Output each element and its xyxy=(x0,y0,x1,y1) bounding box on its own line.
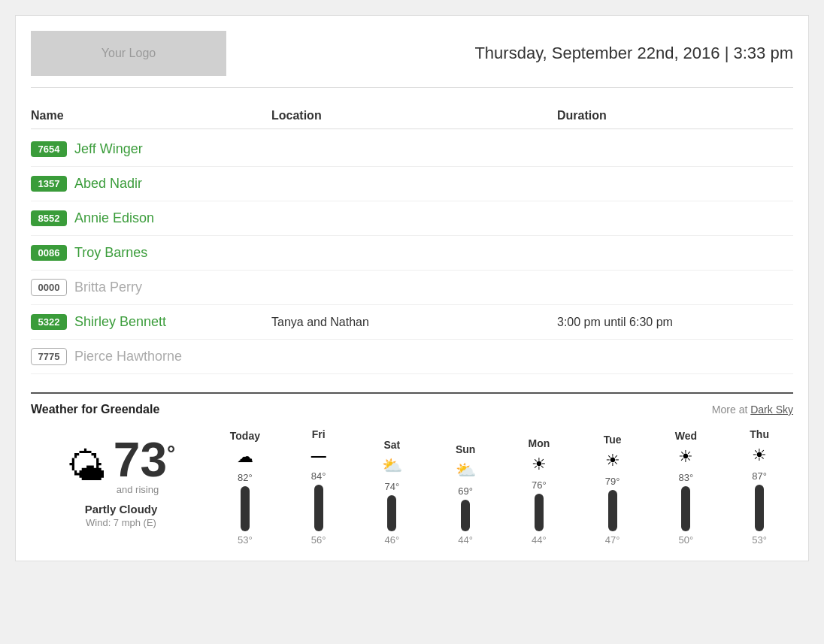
forecast-bar-wrapper xyxy=(314,485,323,531)
forecast-day-icon: ☀ xyxy=(605,450,620,471)
forecast-day-icon: ☀ xyxy=(678,446,693,467)
person-id-badge: 0086 xyxy=(31,245,67,261)
forecast-day-icon: ☀ xyxy=(532,454,547,475)
forecast-hi: 84° xyxy=(311,470,326,482)
weather-more: More at Dark Sky xyxy=(712,404,793,416)
col-header-name: Name xyxy=(31,109,271,122)
forecast-day: Wed☀83°50° xyxy=(659,430,713,546)
person-id-badge: 7654 xyxy=(31,141,67,157)
current-icon-temp: 🌤 73 ° and rising xyxy=(67,436,175,495)
table-header: Name Location Duration xyxy=(31,103,793,129)
table-row: 8552Annie Edison xyxy=(31,201,793,236)
forecast-day: Thu☀87°53° xyxy=(732,428,786,546)
logo-text: Your Logo xyxy=(101,47,156,60)
forecast-day-label: Sun xyxy=(456,443,475,455)
forecast-day-icon: ☁ xyxy=(237,446,253,467)
person-name: Pierce Hawthorne xyxy=(74,349,182,364)
current-weather-icon: 🌤 xyxy=(67,446,106,486)
weather-title: Weather for Greendale xyxy=(31,403,159,416)
forecast-lo: 44° xyxy=(458,534,473,546)
forecast-temp-bar xyxy=(755,485,764,531)
forecast-day-label: Sat xyxy=(383,439,400,451)
datetime: Thursday, September 22nd, 2016 | 3:33 pm xyxy=(474,44,793,63)
main-container: Your Logo Thursday, September 22nd, 2016… xyxy=(15,15,809,561)
person-name: Abed Nadir xyxy=(74,176,142,192)
header: Your Logo Thursday, September 22nd, 2016… xyxy=(31,31,793,88)
forecast-bar-wrapper xyxy=(241,486,250,531)
rising-text: and rising xyxy=(117,484,159,495)
forecast-day-icon: ☀ xyxy=(752,445,767,466)
forecast-day-icon: — xyxy=(311,445,326,466)
person-duration: 3:00 pm until 6:30 pm xyxy=(557,316,793,329)
forecast-hi: 82° xyxy=(238,472,253,483)
forecast-temp-bar xyxy=(681,486,690,531)
dark-sky-link[interactable]: Dark Sky xyxy=(750,404,793,416)
forecast-hi: 83° xyxy=(679,472,694,483)
forecast-day: Tue☀79°47° xyxy=(586,434,640,546)
person-id-badge: 8552 xyxy=(31,210,67,226)
forecast-bar-wrapper xyxy=(387,495,396,531)
forecast-temp-bar xyxy=(461,500,470,531)
table-row: 5322Shirley BennettTanya and Nathan3:00 … xyxy=(31,305,793,340)
forecast-day: Fri—84°56° xyxy=(292,428,346,546)
current-description: Partly Cloudy xyxy=(85,503,158,516)
forecast-day-label: Today xyxy=(230,430,260,442)
forecast-lo: 53° xyxy=(238,534,253,546)
forecast-day: Today☁82°53° xyxy=(218,430,272,546)
col-header-location: Location xyxy=(271,109,557,122)
person-location: Tanya and Nathan xyxy=(271,316,557,329)
forecast-bar-wrapper xyxy=(608,490,617,531)
forecast-day-icon: ⛅ xyxy=(456,460,476,481)
person-name: Annie Edison xyxy=(74,210,154,226)
current-weather: 🌤 73 ° and rising Partly Cloudy Wind: 7 … xyxy=(31,428,211,536)
person-name: Britta Perry xyxy=(74,280,142,295)
table-row: 0086Troy Barnes xyxy=(31,236,793,271)
forecast-day-label: Fri xyxy=(312,428,326,440)
forecast-day-label: Thu xyxy=(750,428,769,440)
forecast-lo: 53° xyxy=(752,534,767,546)
forecast-lo: 46° xyxy=(385,534,400,546)
person-id-badge: 0000 xyxy=(31,279,67,296)
forecast: Today☁82°53°Fri—84°56°Sat⛅74°46°Sun⛅69°4… xyxy=(211,428,793,546)
forecast-bar-wrapper xyxy=(681,486,690,531)
weather-header: Weather for Greendale More at Dark Sky xyxy=(31,403,793,416)
forecast-day: Sun⛅69°44° xyxy=(438,443,492,546)
forecast-hi: 79° xyxy=(605,476,620,487)
table-row: 7775Pierce Hawthorne xyxy=(31,340,793,374)
forecast-bar-wrapper xyxy=(535,494,544,531)
person-id-badge: 1357 xyxy=(31,176,67,192)
table-body: 7654Jeff Winger1357Abed Nadir8552Annie E… xyxy=(31,132,793,374)
table-row: 7654Jeff Winger xyxy=(31,132,793,167)
forecast-hi: 74° xyxy=(385,481,400,492)
forecast-hi: 87° xyxy=(752,470,767,482)
current-temp: 73 xyxy=(114,436,167,484)
forecast-day-label: Tue xyxy=(604,434,622,446)
forecast-lo: 50° xyxy=(679,534,694,546)
forecast-day-icon: ⛅ xyxy=(382,455,402,476)
forecast-bar-wrapper xyxy=(461,500,470,531)
forecast-day-label: Wed xyxy=(675,430,697,442)
forecast-lo: 44° xyxy=(532,534,547,546)
person-name: Jeff Winger xyxy=(74,141,143,157)
forecast-temp-bar xyxy=(535,494,544,531)
current-temp-block: 73 ° and rising xyxy=(114,436,175,495)
forecast-lo: 47° xyxy=(605,534,620,546)
forecast-temp-bar xyxy=(608,490,617,531)
forecast-temp-bar xyxy=(387,495,396,531)
person-id-badge: 5322 xyxy=(31,314,67,330)
table-row: 0000Britta Perry xyxy=(31,271,793,305)
weather-section: Weather for Greendale More at Dark Sky 🌤… xyxy=(31,392,793,546)
degree-symbol: ° xyxy=(167,442,175,466)
forecast-lo: 56° xyxy=(311,534,326,546)
logo: Your Logo xyxy=(31,31,226,76)
person-id-badge: 7775 xyxy=(31,348,67,365)
forecast-temp-bar xyxy=(314,485,323,531)
forecast-day: Mon☀76°44° xyxy=(512,437,566,546)
forecast-day: Sat⛅74°46° xyxy=(365,439,419,546)
col-header-duration: Duration xyxy=(557,109,793,122)
forecast-bar-wrapper xyxy=(755,485,764,531)
forecast-hi: 69° xyxy=(458,485,473,497)
table-row: 1357Abed Nadir xyxy=(31,167,793,201)
current-wind: Wind: 7 mph (E) xyxy=(86,517,156,528)
forecast-day-label: Mon xyxy=(528,437,550,449)
